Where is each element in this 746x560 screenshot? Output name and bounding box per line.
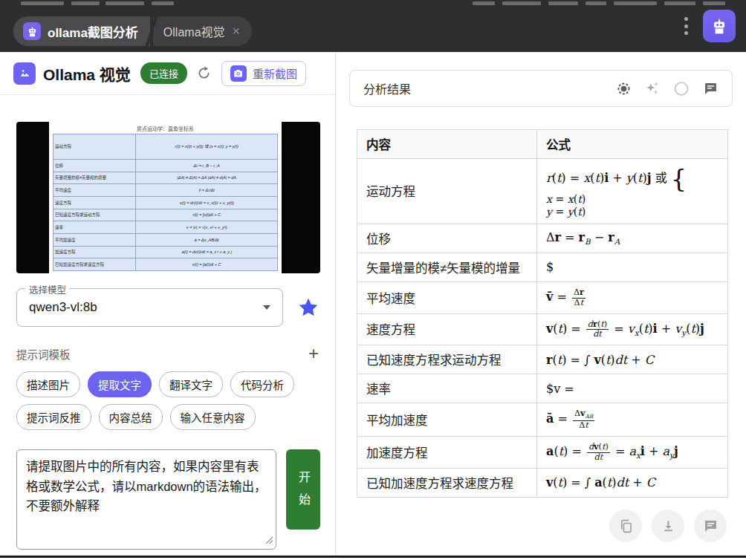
result-row-label: 运动方程 xyxy=(357,159,537,224)
letterbox-left xyxy=(16,122,49,273)
result-row-label: 平均加速度 xyxy=(357,403,537,436)
templates-header: 提示词模板 + xyxy=(16,345,319,362)
template-chip[interactable]: 提示词反推 xyxy=(16,404,91,430)
sparkles-icon[interactable] xyxy=(644,80,661,97)
result-table-row: 速率$v = xyxy=(357,374,728,403)
recapture-button[interactable]: 重新截图 xyxy=(221,61,306,86)
result-row-label: 矢量增量的模≠矢量模的增量 xyxy=(357,253,537,281)
left-panel: Ollama 视觉 已连接 重新截图 质点运动学：直角坐标系 运动方程r(t) … xyxy=(0,52,336,556)
column-header-formula: 公式 xyxy=(537,130,728,159)
preview-table-row: 速度方程v(t) = dr(t)/dt = v_x(t)i + v_y(t)j xyxy=(53,196,277,209)
result-table: 内容 公式 运动方程r(t) = x(t)i + y(t)j 或 {x = x(… xyxy=(357,129,728,498)
tab-app-segment[interactable]: ollama截图分析 xyxy=(13,16,150,46)
template-chip[interactable]: 输入任意内容 xyxy=(170,404,256,430)
template-chip[interactable]: 描述图片 xyxy=(16,371,80,397)
preview-image: 质点运动学：直角坐标系 运动方程r(t) = x(t)i + y(t)j 或 {… xyxy=(49,122,282,273)
result-row-formula: ā = ΔvABΔt xyxy=(537,403,728,436)
result-table-row: 已知速度方程求运动方程r(t) = ∫ v(t)dt + C xyxy=(357,345,728,374)
result-title: 分析结果 xyxy=(363,79,411,97)
result-table-row: 矢量增量的模≠矢量模的增量$ xyxy=(357,253,728,281)
add-template-button[interactable]: + xyxy=(308,345,319,362)
result-row-formula: a(t) = dv(t)dt = axi + ayj xyxy=(537,436,728,468)
camera-icon xyxy=(230,65,247,82)
preview-table-row: 平均速度v̄ = Δr/Δt xyxy=(53,183,277,196)
tab-app-title: ollama截图分析 xyxy=(48,22,138,41)
model-row: 选择模型 qwen3-vl:8b xyxy=(16,288,320,327)
preview-table-row: 已知速度方程求运动方程r(t) = ∫v(t)dt + C xyxy=(53,209,277,221)
result-table-row: 加速度方程a(t) = dv(t)dt = axi + ayj xyxy=(357,436,728,468)
screenshot-preview[interactable]: 质点运动学：直角坐标系 运动方程r(t) = x(t)i + y(t)j 或 {… xyxy=(16,122,320,273)
tab-page-segment[interactable]: Ollama视觉 × xyxy=(153,16,252,46)
page-title: Ollama 视觉 xyxy=(43,62,131,85)
result-row-formula: Δr = rB − rA xyxy=(537,224,728,253)
robot-icon xyxy=(710,16,729,36)
download-button[interactable] xyxy=(652,509,684,542)
start-button[interactable]: 开始 xyxy=(286,449,320,530)
refresh-icon[interactable] xyxy=(196,65,213,82)
robot-icon xyxy=(23,22,41,40)
result-row-label: 平均速度 xyxy=(357,281,537,313)
chevron-down-icon xyxy=(263,305,270,310)
result-row-label: 加速度方程 xyxy=(357,436,537,468)
model-select[interactable]: 选择模型 qwen3-vl:8b xyxy=(16,288,283,327)
result-table-header-row: 内容 公式 xyxy=(357,130,728,159)
result-row-label: 已知加速度方程求速度方程 xyxy=(357,468,537,497)
background-window-text-remnant xyxy=(0,1,746,7)
preview-table-row: 平均加速度ā = Δv_AB/Δt xyxy=(53,233,277,246)
right-panel: 分析结果 内容 公式 xyxy=(336,52,746,556)
preview-table: 运动方程r(t) = x(t)i + y(t)j 或 {x = x(t); y … xyxy=(53,134,278,271)
result-table-row: 平均速度v̄ = ΔrΔt xyxy=(357,281,728,313)
templates-label: 提示词模板 xyxy=(16,346,71,362)
resize-handle[interactable] xyxy=(265,534,273,547)
preview-title: 质点运动学：直角坐标系 xyxy=(53,125,278,132)
recapture-label: 重新截图 xyxy=(253,65,297,81)
copy-button[interactable] xyxy=(609,509,642,542)
result-table-row: 平均加速度ā = ΔvABΔt xyxy=(357,403,728,436)
result-header-card: 分析结果 xyxy=(349,70,733,107)
template-chip[interactable]: 翻译文字 xyxy=(159,371,223,397)
prompt-row: 请提取图片中的所有内容，如果内容里有表格或数学公式，请以markdown的语法输… xyxy=(16,449,320,553)
preview-table-row: 速率v = |v| = √(v_x² + v_y²) xyxy=(53,221,277,233)
main-area: Ollama 视觉 已连接 重新截图 质点运动学：直角坐标系 运动方程r(t) … xyxy=(0,52,746,558)
template-chips: 描述图片提取文字翻译文字代码分析提示词反推内容总结输入任意内容 xyxy=(16,371,319,430)
template-chip[interactable]: 提取文字 xyxy=(88,371,152,397)
preview-table-row: 矢量增量的模≠矢量模的增量|ΔA| ≠ Δ|A| = ΔA |dA| ≠ d|A… xyxy=(53,172,277,184)
left-header: Ollama 视觉 已连接 重新截图 xyxy=(0,52,335,95)
picture-icon xyxy=(13,62,36,85)
close-icon[interactable]: × xyxy=(233,25,241,38)
preview-table-row: 位移Δr = r_B − r_A xyxy=(53,159,277,172)
column-header-content: 内容 xyxy=(357,130,537,159)
comment-button[interactable] xyxy=(694,509,727,542)
template-chip[interactable]: 内容总结 xyxy=(99,404,163,430)
result-actions xyxy=(609,509,727,542)
result-row-formula: v(t) = dr(t)dt = vx(t)i + vy(t)j xyxy=(537,313,728,345)
result-row-label: 速度方程 xyxy=(357,313,537,345)
preview-table-row: 加速度方程a(t) = dv(t)/dt = a_x i + a_y j xyxy=(53,246,277,258)
chat-icon[interactable] xyxy=(702,80,719,97)
extension-robot-button[interactable] xyxy=(703,10,736,42)
model-select-label: 选择模型 xyxy=(25,282,70,296)
status-badge: 已连接 xyxy=(140,62,187,84)
template-chip[interactable]: 代码分析 xyxy=(230,371,294,397)
result-table-row: 速度方程v(t) = dr(t)dt = vx(t)i + vy(t)j xyxy=(357,313,728,345)
letterbox-right xyxy=(282,122,320,273)
kebab-menu-icon[interactable] xyxy=(679,16,693,36)
result-row-formula: $v = xyxy=(537,374,728,403)
topbar: ollama截图分析 Ollama视觉 × xyxy=(0,0,746,52)
preview-table-row: 已知加速度方程求速度方程v(t) = ∫a(t)dt + C xyxy=(53,258,277,270)
favorite-star-button[interactable] xyxy=(296,296,320,319)
model-select-value: qwen3-vl:8b xyxy=(29,300,97,315)
result-table-row: 运动方程r(t) = x(t)i + y(t)j 或 {x = x(t)y = … xyxy=(357,159,728,224)
circle-icon[interactable] xyxy=(673,80,690,97)
app-tab[interactable]: ollama截图分析 Ollama视觉 × xyxy=(13,16,252,46)
result-table-row: 已知加速度方程求速度方程v(t) = ∫ a(t)dt + C xyxy=(357,468,728,497)
prompt-input[interactable]: 请提取图片中的所有内容，如果内容里有表格或数学公式，请以markdown的语法输… xyxy=(16,449,276,550)
result-row-label: 位移 xyxy=(357,224,537,253)
result-table-row: 位移Δr = rB − rA xyxy=(357,224,728,253)
brightness-icon[interactable] xyxy=(615,80,632,97)
result-row-label: 已知速度方程求运动方程 xyxy=(357,345,537,374)
result-row-formula: r(t) = x(t)i + y(t)j 或 {x = x(t)y = y(t) xyxy=(537,159,728,224)
result-row-formula: v̄ = ΔrΔt xyxy=(537,281,728,313)
result-row-formula: v(t) = ∫ a(t)dt + C xyxy=(537,468,728,497)
result-row-formula: $ xyxy=(537,253,728,281)
